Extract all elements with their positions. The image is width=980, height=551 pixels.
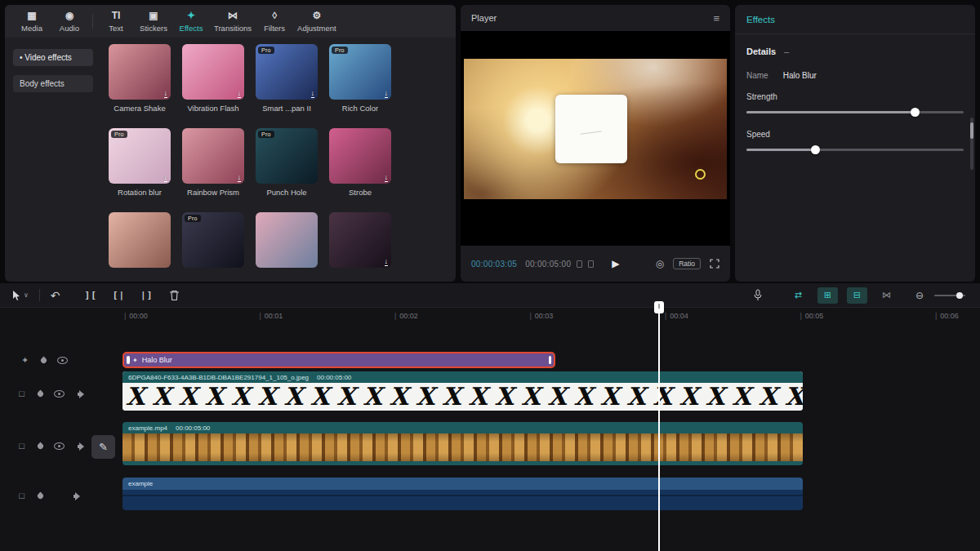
effect-card-rotation-blur[interactable]: Pro↓Rotation blur — [105, 128, 175, 212]
tab-effects[interactable]: ✦Effects — [172, 5, 210, 38]
speaker-icon[interactable] — [78, 389, 87, 399]
collapse-icon[interactable]: – — [784, 47, 789, 56]
ruler-mark: |00:03 — [530, 312, 554, 320]
pro-badge: Pro — [185, 215, 201, 222]
droplet-icon[interactable] — [40, 357, 48, 365]
effect-clip-halo-blur[interactable]: ✦ Halo Blur — [122, 352, 555, 368]
frame-icon[interactable]: □ — [16, 491, 27, 501]
tab-filters[interactable]: ◊Filters — [256, 5, 293, 38]
tab-adjustment[interactable]: ⚙Adjustment — [293, 5, 341, 38]
ratio-button[interactable]: Ratio — [673, 258, 701, 269]
speaker-icon[interactable] — [74, 491, 83, 501]
effect-thumbnail[interactable]: ↓ — [182, 44, 244, 100]
effect-card[interactable]: Pro — [178, 212, 248, 282]
tab-stickers[interactable]: ▣Stickers — [135, 5, 172, 38]
voiceover-mic-button[interactable] — [753, 289, 763, 301]
visibility-eye-icon[interactable] — [54, 390, 65, 398]
sidebar-item-body-effects[interactable]: Body effects — [13, 75, 93, 92]
clip-left-handle[interactable] — [127, 356, 130, 364]
frame-icon[interactable]: □ — [16, 389, 27, 399]
transitions-icon: ⋈ — [228, 11, 238, 21]
effect-card[interactable]: ↓ — [325, 212, 395, 282]
frame-step-forward-button[interactable] — [588, 260, 594, 268]
mirror-toggle[interactable]: ⇄ — [788, 287, 808, 304]
speed-slider-handle[interactable] — [811, 145, 820, 154]
visibility-eye-icon[interactable] — [54, 442, 65, 450]
player-menu-icon[interactable]: ≡ — [713, 12, 719, 24]
effect-card-rainbow-prism[interactable]: ↓Rainbow Prism — [178, 128, 248, 212]
audio-clip[interactable]: example — [122, 478, 803, 510]
effect-thumbnail[interactable]: ↓ — [109, 44, 171, 100]
effect-thumbnail[interactable]: ↓ — [329, 128, 391, 184]
trim-left-button[interactable]: [| — [113, 290, 125, 300]
tab-media[interactable]: ▦Media — [13, 5, 51, 38]
tab-audio[interactable]: ◉Audio — [51, 5, 88, 38]
effect-thumbnail[interactable] — [109, 212, 171, 268]
ruler-mark: |00:01 — [260, 312, 283, 320]
tab-transitions[interactable]: ⋈Transitions — [210, 5, 256, 38]
effects-sidebar: • Video effectsBody effects — [5, 38, 100, 282]
pro-badge: Pro — [258, 131, 274, 138]
visibility-eye-icon[interactable] — [57, 357, 68, 364]
effect-thumbnail[interactable]: ↓ — [329, 212, 391, 268]
effect-thumbnail[interactable] — [256, 212, 318, 268]
media-icon: ▦ — [27, 11, 36, 21]
frame-icon[interactable]: □ — [16, 441, 27, 451]
details-section-header[interactable]: Details – — [746, 47, 964, 56]
speed-slider[interactable] — [746, 144, 964, 155]
zoom-slider-knob[interactable] — [956, 292, 963, 299]
magnet-toggle[interactable]: ⊞ — [817, 287, 838, 304]
details-scrollbar[interactable] — [970, 118, 973, 170]
effect-card-smart-pan-ii[interactable]: Pro↓Smart ...pan II — [252, 44, 322, 128]
clip-right-handle[interactable] — [549, 356, 552, 364]
frame-step-back-button[interactable] — [577, 260, 582, 268]
fullscreen-icon[interactable] — [710, 259, 719, 269]
microphone-icon — [753, 289, 763, 301]
effect-card-rich-color[interactable]: Pro↓Rich Color — [325, 44, 395, 128]
trim-right-button[interactable]: |] — [140, 290, 153, 300]
droplet-icon[interactable] — [37, 390, 45, 398]
image-clip[interactable]: 6DPGA840-F633-4A3B-B1DB-DBA1BE291794_1_1… — [122, 371, 803, 411]
timeline-zoom-slider[interactable] — [934, 295, 965, 296]
effect-card[interactable] — [105, 212, 175, 282]
video-preview[interactable] — [464, 59, 727, 199]
effect-card-camera-shake[interactable]: ↓Camera Shake — [105, 44, 175, 128]
effect-card[interactable] — [252, 212, 322, 282]
undo-button[interactable]: ↶ — [51, 289, 60, 302]
effect-card-vibration-flash[interactable]: ↓Vibration Flash — [178, 44, 248, 128]
strength-slider-fill — [746, 111, 915, 113]
effect-card-strobe[interactable]: ↓Strobe — [325, 128, 395, 212]
droplet-icon[interactable] — [37, 442, 45, 451]
droplet-icon[interactable] — [37, 492, 45, 500]
effect-thumbnail[interactable]: Pro↓ — [256, 44, 318, 100]
split-button[interactable]: ][ — [85, 290, 97, 300]
sidebar-item-video-effects[interactable]: • Video effects — [13, 49, 93, 66]
strength-slider-handle[interactable] — [911, 108, 920, 117]
timeline-ruler[interactable]: |00:00|00:01|00:02|00:03|00:04|00:05|00:… — [0, 308, 980, 324]
effect-thumbnail[interactable]: Pro — [256, 128, 318, 184]
effect-thumbnail[interactable]: Pro↓ — [109, 128, 171, 184]
select-tool-button[interactable]: ∨ — [11, 290, 29, 301]
tab-text[interactable]: TIText — [97, 5, 135, 38]
effect-thumbnail[interactable]: Pro — [182, 212, 244, 268]
effect-card-punch-hole[interactable]: ProPunch Hole — [252, 128, 322, 212]
video-clip[interactable]: example.mp4 00:00:05:00 — [122, 422, 803, 465]
timeline: ∨ ↶ ][ [| |] ⇄⊞⊟⋈ ⊖ |00:00|00:01|00:02|0… — [0, 283, 980, 551]
speaker-icon[interactable] — [78, 442, 87, 451]
effect-thumbnail[interactable]: Pro↓ — [329, 44, 391, 100]
pencil-icon: ✎ — [99, 441, 108, 453]
effect-name: Rotation blur — [118, 188, 162, 197]
snapshot-icon[interactable]: ◎ — [656, 258, 664, 269]
timeline-right-tools: ⇄⊞⊟⋈ ⊖ — [753, 287, 969, 304]
edit-clip-button[interactable]: ✎ — [91, 435, 115, 459]
effect-clip-label: Halo Blur — [142, 356, 172, 364]
axis-toggle[interactable]: ⋈ — [876, 287, 897, 304]
details-scrollbar-thumb[interactable] — [970, 122, 973, 139]
play-button[interactable]: ▶ — [612, 258, 619, 269]
strength-slider[interactable] — [746, 107, 964, 118]
zoom-out-button[interactable]: ⊖ — [915, 290, 924, 301]
strength-label: Strength — [746, 92, 964, 101]
effect-thumbnail[interactable]: ↓ — [182, 128, 244, 184]
link-toggle[interactable]: ⊟ — [847, 287, 867, 304]
delete-button[interactable] — [169, 290, 180, 301]
